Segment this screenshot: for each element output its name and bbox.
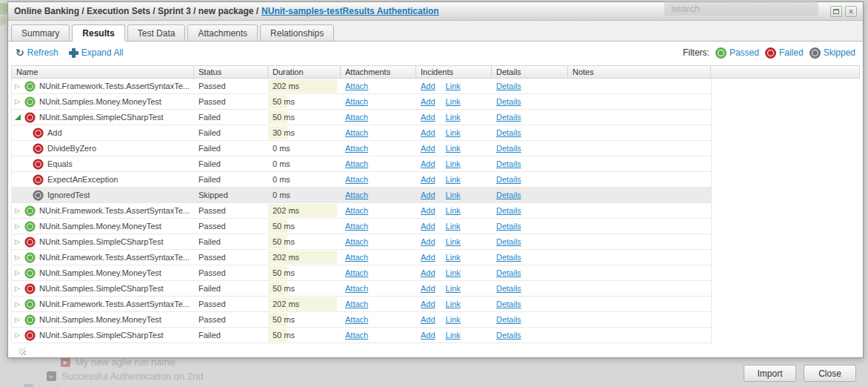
link-incident-link[interactable]: Link (446, 113, 461, 122)
add-incident-link[interactable]: Add (421, 253, 435, 262)
attach-link[interactable]: Attach (345, 222, 368, 231)
import-button[interactable]: Import (744, 365, 796, 382)
column-header-details[interactable]: Details (492, 66, 568, 78)
link-incident-link[interactable]: Link (446, 331, 461, 340)
details-link[interactable]: Details (496, 222, 521, 231)
expand-collapsed-icon[interactable]: ▷ (15, 207, 24, 214)
details-link[interactable]: Details (496, 175, 521, 184)
add-incident-link[interactable]: Add (421, 175, 435, 184)
link-incident-link[interactable]: Link (446, 315, 461, 324)
attach-link[interactable]: Attach (345, 331, 368, 340)
add-incident-link[interactable]: Add (421, 113, 435, 122)
details-link[interactable]: Details (496, 97, 521, 106)
add-incident-link[interactable]: Add (421, 331, 435, 340)
expand-collapsed-icon[interactable]: ▷ (15, 98, 24, 105)
details-link[interactable]: Details (496, 300, 521, 308)
details-link[interactable]: Details (496, 331, 521, 340)
attach-link[interactable]: Attach (345, 268, 368, 277)
add-incident-link[interactable]: Add (421, 159, 435, 168)
expand-expanded-icon[interactable] (15, 114, 21, 120)
link-incident-link[interactable]: Link (446, 159, 461, 168)
add-incident-link[interactable]: Add (421, 144, 435, 153)
attach-link[interactable]: Attach (345, 206, 368, 215)
table-row[interactable]: ▷NUnit.Framework.Tests.AssertSyntaxTe...… (12, 203, 712, 219)
expand-collapsed-icon[interactable]: ▷ (15, 300, 24, 308)
link-incident-link[interactable]: Link (446, 222, 461, 231)
attach-link[interactable]: Attach (345, 128, 368, 137)
add-incident-link[interactable]: Add (421, 206, 435, 215)
title-test-link[interactable]: NUnit-samples-testResults Authentication (261, 6, 439, 16)
link-incident-link[interactable]: Link (446, 300, 461, 308)
add-incident-link[interactable]: Add (421, 315, 435, 324)
table-row[interactable]: ▷NUnit.Samples.SimpleCSharpTestFailed50 … (12, 328, 712, 343)
close-button[interactable] (845, 6, 857, 17)
table-row[interactable]: ▷NUnit.Samples.Money.MoneyTestPassed50 m… (12, 265, 712, 281)
details-link[interactable]: Details (496, 144, 521, 153)
attach-link[interactable]: Attach (345, 97, 368, 106)
expand-collapsed-icon[interactable]: ▷ (15, 331, 24, 339)
expand-collapsed-icon[interactable]: ▷ (15, 254, 24, 261)
attach-link[interactable]: Attach (345, 284, 368, 293)
link-incident-link[interactable]: Link (446, 82, 461, 90)
link-incident-link[interactable]: Link (446, 268, 461, 277)
details-link[interactable]: Details (496, 237, 521, 246)
tab-test-data[interactable]: Test Data (127, 24, 186, 42)
column-header-name[interactable]: Name (12, 66, 194, 78)
table-row[interactable]: ExpectAnExceptionFailed0 msAttachAddLink… (12, 172, 712, 188)
link-incident-link[interactable]: Link (446, 206, 461, 215)
details-link[interactable]: Details (496, 113, 521, 122)
column-header-status[interactable]: Status (194, 66, 268, 78)
details-link[interactable]: Details (496, 268, 521, 277)
close-dialog-button[interactable]: Close (804, 365, 856, 382)
tab-relationships[interactable]: Relationships (260, 24, 334, 42)
expand-collapsed-icon[interactable]: ▷ (15, 269, 24, 277)
column-header-incidents[interactable]: Incidents (416, 66, 492, 78)
attach-link[interactable]: Attach (345, 82, 368, 90)
table-row[interactable]: EqualsFailed0 msAttachAddLinkDetails (12, 156, 712, 172)
add-incident-link[interactable]: Add (421, 82, 435, 90)
attach-link[interactable]: Attach (345, 113, 368, 122)
table-row[interactable]: IgnoredTestSkipped0 msAttachAddLinkDetai… (12, 188, 712, 203)
maximize-button[interactable] (830, 6, 842, 17)
link-incident-link[interactable]: Link (446, 237, 461, 246)
refresh-button[interactable]: ↻ Refresh (16, 47, 59, 58)
attach-link[interactable]: Attach (345, 175, 368, 184)
table-row[interactable]: AddFailed30 msAttachAddLinkDetails (12, 125, 712, 141)
details-link[interactable]: Details (496, 206, 521, 215)
attach-link[interactable]: Attach (345, 159, 368, 168)
column-header-duration[interactable]: Duration (268, 66, 341, 78)
attach-link[interactable]: Attach (345, 237, 368, 246)
attach-link[interactable]: Attach (345, 253, 368, 262)
expand-collapsed-icon[interactable]: ▷ (15, 285, 24, 292)
add-incident-link[interactable]: Add (421, 284, 435, 293)
table-row[interactable]: ▷NUnit.Framework.Tests.AssertSyntaxTe...… (12, 297, 712, 312)
link-incident-link[interactable]: Link (446, 128, 461, 137)
add-incident-link[interactable]: Add (421, 268, 435, 277)
table-row[interactable]: DivideByZeroFailed0 msAttachAddLinkDetai… (12, 141, 712, 156)
add-incident-link[interactable]: Add (421, 300, 435, 308)
attach-link[interactable]: Attach (345, 300, 368, 308)
filter-failed[interactable]: Failed (765, 47, 804, 59)
link-incident-link[interactable]: Link (446, 144, 461, 153)
details-link[interactable]: Details (496, 284, 521, 293)
table-row[interactable]: ▷NUnit.Samples.SimpleCSharpTestFailed50 … (12, 281, 712, 297)
link-incident-link[interactable]: Link (446, 175, 461, 184)
tab-summary[interactable]: Summary (11, 24, 70, 42)
column-header-notes[interactable]: Notes (568, 66, 711, 78)
attach-link[interactable]: Attach (345, 191, 368, 199)
expand-collapsed-icon[interactable]: ▷ (15, 82, 24, 90)
link-incident-link[interactable]: Link (446, 191, 461, 199)
add-incident-link[interactable]: Add (421, 128, 435, 137)
details-link[interactable]: Details (496, 253, 521, 262)
table-row[interactable]: NUnit.Samples.SimpleCSharpTestFailed50 m… (12, 110, 712, 125)
filter-passed[interactable]: Passed (715, 47, 759, 59)
filter-skipped[interactable]: Skipped (809, 47, 855, 59)
details-link[interactable]: Details (496, 191, 521, 199)
add-incident-link[interactable]: Add (421, 191, 435, 199)
tab-results[interactable]: Results (72, 24, 124, 42)
table-row[interactable]: ▷NUnit.Samples.Money.MoneyTestPassed50 m… (12, 219, 712, 234)
link-incident-link[interactable]: Link (446, 97, 461, 106)
details-link[interactable]: Details (496, 159, 521, 168)
resize-grip[interactable] (19, 348, 26, 355)
expand-collapsed-icon[interactable]: ▷ (15, 222, 24, 230)
